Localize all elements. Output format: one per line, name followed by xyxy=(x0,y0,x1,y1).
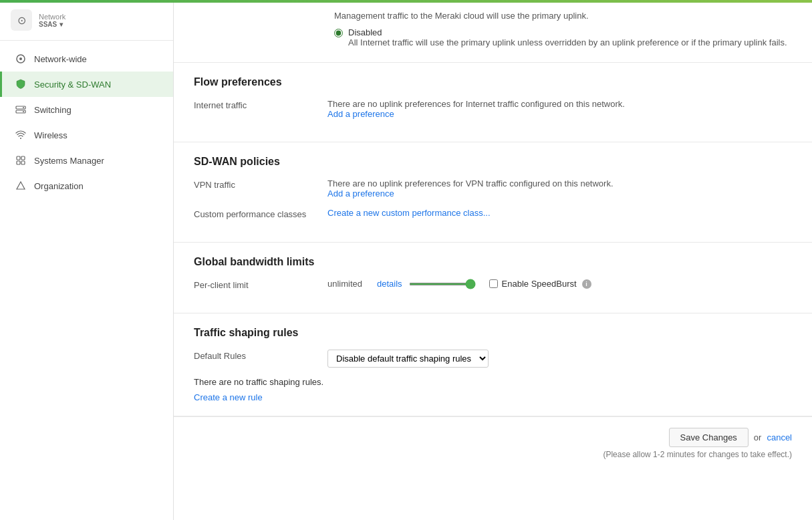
vpn-traffic-row: VPN traffic There are no uplink preferen… xyxy=(194,178,792,199)
sidebar-item-network-wide[interactable]: Network-wide xyxy=(0,46,173,72)
network-label: Network xyxy=(39,13,65,21)
bandwidth-limits-title: Global bandwidth limits xyxy=(194,256,792,268)
no-rules-text-wrapper: There are no traffic shaping rules. xyxy=(194,377,792,387)
default-rules-label: Default Rules xyxy=(194,350,327,361)
vpn-no-prefs-text: There are no uplink preferences for VPN … xyxy=(327,178,792,188)
systems-manager-icon xyxy=(14,154,27,167)
default-rules-select[interactable]: Disable default traffic shaping rules xyxy=(327,350,489,368)
add-preference-link[interactable]: Add a preference xyxy=(327,109,394,119)
bandwidth-slider[interactable] xyxy=(409,283,476,285)
details-link[interactable]: details xyxy=(377,279,402,289)
footer: Save Changes or cancel (Please allow 1-2… xyxy=(174,416,812,470)
create-custom-link[interactable]: Create a new custom performance class... xyxy=(327,208,491,218)
wireless-icon xyxy=(14,128,27,142)
network-wide-icon xyxy=(14,52,27,66)
svg-rect-6 xyxy=(17,156,20,160)
create-rule-link[interactable]: Create a new rule xyxy=(194,392,263,402)
sidebar-item-label: Network-wide xyxy=(34,54,87,64)
network-icon: ⊙ xyxy=(11,9,32,31)
cancel-link[interactable]: cancel xyxy=(767,432,792,442)
default-rules-value: Disable default traffic shaping rules xyxy=(327,350,792,368)
security-sdwan-icon xyxy=(14,78,27,91)
main-content: Management traffic to the Meraki cloud w… xyxy=(174,0,812,520)
sdwan-policies-title: SD-WAN policies xyxy=(194,156,792,168)
slider-container xyxy=(409,283,476,285)
flow-preferences-title: Flow preferences xyxy=(194,76,792,88)
speedburst-label[interactable]: Enable SpeedBurst xyxy=(502,279,577,289)
custom-perf-label: Custom performance classes xyxy=(194,208,327,219)
sidebar-header: ⊙ Network SSAS ▾ xyxy=(0,0,173,41)
top-progress-bar xyxy=(0,0,812,3)
sidebar-item-switching[interactable]: Switching xyxy=(0,97,173,122)
sidebar-nav: Network-wide Security & SD-WAN Switching… xyxy=(0,41,173,520)
bandwidth-value-text: unlimited xyxy=(327,279,368,289)
sidebar-item-label: Wireless xyxy=(34,130,67,140)
svg-rect-7 xyxy=(21,156,25,160)
vpn-traffic-value: There are no uplink preferences for VPN … xyxy=(327,178,792,199)
disabled-label[interactable]: Disabled xyxy=(348,27,382,37)
no-prefs-text: There are no uplink preferences for Inte… xyxy=(327,99,792,109)
svg-rect-9 xyxy=(21,161,25,164)
sdwan-policies-section: SD-WAN policies VPN traffic There are no… xyxy=(174,142,812,243)
per-client-limit-value: unlimited details Enable SpeedBurst i xyxy=(327,279,792,289)
sidebar-item-security-sdwan[interactable]: Security & SD-WAN xyxy=(0,72,173,97)
sidebar-item-label: Organization xyxy=(34,181,84,191)
top-section: Management traffic to the Meraki cloud w… xyxy=(174,0,812,63)
traffic-shaping-title: Traffic shaping rules xyxy=(194,327,792,339)
vpn-add-preference-link[interactable]: Add a preference xyxy=(327,188,394,199)
no-rules-text: There are no traffic shaping rules. xyxy=(194,377,323,387)
info-icon: i xyxy=(582,279,591,289)
sidebar-item-wireless[interactable]: Wireless xyxy=(0,122,173,148)
sidebar-item-label: Systems Manager xyxy=(34,156,104,166)
svg-marker-10 xyxy=(17,182,25,189)
sidebar-item-systems-manager[interactable]: Systems Manager xyxy=(0,148,173,173)
content: Management traffic to the Meraki cloud w… xyxy=(174,0,812,470)
svg-point-4 xyxy=(23,107,24,108)
vpn-traffic-label: VPN traffic xyxy=(194,178,327,190)
disabled-radio[interactable] xyxy=(334,29,343,37)
footer-wrapper: Save Changes or cancel (Please allow 1-2… xyxy=(194,428,792,459)
internet-traffic-value: There are no uplink preferences for Inte… xyxy=(327,99,792,119)
footer-or-text: or xyxy=(754,432,762,442)
flow-preferences-section: Flow preferences Internet traffic There … xyxy=(174,63,812,142)
internet-traffic-row: Internet traffic There are no uplink pre… xyxy=(194,99,792,119)
management-traffic-text: Management traffic to the Meraki cloud w… xyxy=(334,11,792,21)
per-client-limit-label: Per-client limit xyxy=(194,279,327,290)
svg-rect-8 xyxy=(17,161,20,164)
organization-icon xyxy=(14,179,27,192)
custom-perf-row: Custom performance classes Create a new … xyxy=(194,208,792,219)
save-changes-button[interactable]: Save Changes xyxy=(669,428,749,447)
default-rules-row: Default Rules Disable default traffic sh… xyxy=(194,350,792,368)
speedburst-checkbox-row: Enable SpeedBurst i xyxy=(489,279,591,289)
bandwidth-limits-section: Global bandwidth limits Per-client limit… xyxy=(174,243,812,313)
svg-point-5 xyxy=(23,111,24,112)
network-name: SSAS ▾ xyxy=(39,21,65,28)
per-client-limit-row: Per-client limit unlimited details Enabl… xyxy=(194,279,792,290)
traffic-shaping-section: Traffic shaping rules Default Rules Disa… xyxy=(174,313,812,416)
sidebar-item-organization[interactable]: Organization xyxy=(0,173,173,199)
sidebar: ⊙ Network SSAS ▾ Network-wide Security &… xyxy=(0,0,174,520)
disabled-description: All Internet traffic will use the primar… xyxy=(348,37,787,47)
sidebar-item-label: Switching xyxy=(34,105,72,115)
switching-icon xyxy=(14,103,27,116)
footer-note: (Please allow 1-2 minutes for changes to… xyxy=(194,450,792,459)
bandwidth-controls: unlimited details Enable SpeedBurst i xyxy=(327,279,792,289)
speedburst-checkbox[interactable] xyxy=(489,279,498,288)
sidebar-header-text: Network SSAS ▾ xyxy=(39,13,65,28)
internet-traffic-label: Internet traffic xyxy=(194,99,327,110)
sidebar-item-label: Security & SD-WAN xyxy=(34,80,111,90)
svg-point-1 xyxy=(19,57,22,60)
custom-perf-value: Create a new custom performance class... xyxy=(327,208,792,218)
